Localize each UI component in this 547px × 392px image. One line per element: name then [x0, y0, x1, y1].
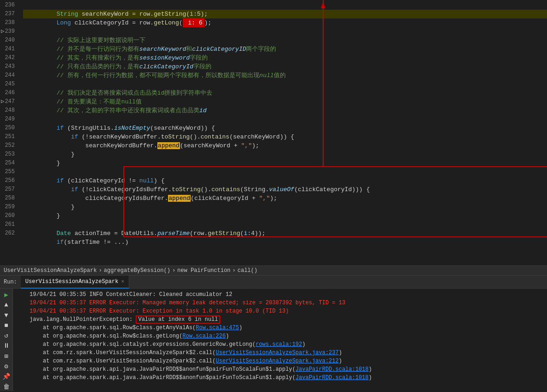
span-comment-243: // 所有，任何一行行为数据，都不可能两个字段都有，所以数据是可能出现null值…	[56, 72, 286, 79]
span-space: clickCategoryId = row.	[71, 19, 154, 26]
log-line-2: 19/04/21 00:35:37 ERROR Executor: Manage…	[30, 299, 372, 307]
scroll-up-button[interactable]: ▲	[2, 301, 11, 309]
code-line-253: }	[23, 150, 547, 159]
settings-button[interactable]: ⚙	[2, 362, 11, 370]
span-comment-246: // 首先要满足：不能是null值	[56, 98, 142, 105]
ln-248: 248	[0, 106, 18, 115]
ln-245: 245	[0, 80, 18, 89]
ln-237: 237	[0, 10, 18, 18]
span-259: }	[56, 212, 60, 219]
breadcrumb-item-2[interactable]: aggregateBySession()	[104, 267, 170, 274]
stop-button[interactable]: ■	[2, 321, 11, 330]
log-link-spark237[interactable]: UserVisitSessionAnalyzeSpark.java:237	[216, 350, 338, 356]
span-249-2: (StringUtils.isNotEmpty(searchKeyWord)) …	[64, 125, 215, 132]
code-line-259: }	[23, 203, 547, 211]
log-link-javapairrdd1018b[interactable]: JavaPairRDD.scala:1018	[295, 374, 368, 381]
span-if-255: if	[56, 177, 64, 184]
null-pointer-highlight: Value at index 6 in null	[136, 315, 220, 324]
code-line-249: if (StringUtils.isNotEmpty(searchKeyWord…	[23, 115, 547, 124]
span-comment-240: // 并不是每一行访问行为都有searchKeyword和clickCatego…	[56, 46, 276, 53]
ln-259: 259	[0, 203, 18, 211]
span-255-2: (clickCategoryId != null) {	[64, 177, 164, 184]
ln-236: 236	[0, 1, 18, 10]
breadcrumb-sep-3: ›	[232, 267, 235, 274]
span-comment-242: // 只有点击品类的行为，是有clickCategoryId字段的	[56, 63, 211, 70]
span-256: if (!clickCategoryIdsBuffer.toString().c…	[56, 186, 370, 193]
run-button[interactable]: ▶	[2, 290, 11, 299]
span-if-262: if	[56, 239, 64, 246]
log-link-row475[interactable]: Row.scala:475	[196, 325, 239, 331]
log-line-7: at org.apache.spark.sql.catalyst.express…	[30, 340, 372, 349]
run-panel: Run: UserVisitSessionAnalyzeSpark × ▶ ▲ …	[0, 276, 547, 391]
span-251: searchKeyWordBuffer.append(searchKeyWord…	[56, 142, 259, 149]
log-line-11: at org.apache.spark.api.java.JavaPairRDD…	[30, 374, 372, 382]
ln-243: 243	[0, 62, 18, 71]
span-highlighted-getlong: i: 6	[183, 18, 204, 27]
pin-button[interactable]: 📌	[2, 373, 11, 381]
ln-250: 250	[0, 124, 18, 133]
span-if-249: if	[56, 125, 64, 132]
arrow-indicator: ▷	[1, 27, 4, 36]
span-string: String	[56, 11, 78, 18]
span-text2: (	[186, 11, 190, 18]
ln-251: 251	[0, 133, 18, 141]
span-getlong: getLong	[154, 19, 179, 26]
run-toolbar: ▶ ▲ ▼ ■ ↺ ⏸ ⊞ ⚙ 📌 🗑	[0, 289, 13, 391]
span-paren: );	[201, 11, 208, 18]
ln-255: 255	[0, 168, 18, 176]
ln-252: 252	[0, 141, 18, 150]
arrow-indicator-247: ▷	[1, 97, 4, 106]
span-250: if (!searchKeyWordBuffer.toString().cont…	[56, 133, 294, 140]
run-tab-bar: Run: UserVisitSessionAnalyzeSpark ×	[0, 276, 547, 289]
breadcrumb-item-4[interactable]: call()	[238, 267, 258, 274]
span-comment-241: // 其实，只有搜索行为，是有sessionKeyword字段的	[56, 54, 208, 61]
ln-256: 256	[0, 176, 18, 185]
run-tab-active[interactable]: UserVisitSessionAnalyzeSpark ×	[21, 276, 129, 289]
ln-242: 242	[0, 54, 18, 62]
scroll-down-button[interactable]: ▼	[2, 311, 11, 319]
log-link-javapairrdd1018a[interactable]: JavaPairRDD.scala:1018	[295, 366, 368, 373]
log-line-9: at com.rz.spark.UserVisitSessionAnalyzeS…	[30, 357, 372, 365]
breadcrumb-sep-1: ›	[99, 267, 102, 274]
editor-area: 236 237 238 239▷ 240 241 242 243 244 245…	[0, 0, 547, 265]
span-258: }	[56, 204, 74, 211]
breadcrumb-sep-2: ›	[172, 267, 175, 274]
delete-button[interactable]: 🗑	[2, 383, 11, 391]
log-link-row226[interactable]: Row.scala:226	[182, 333, 226, 339]
pause-button[interactable]: ⏸	[2, 342, 11, 350]
span-comment-247: // 其次，之前的字符串中还没有搜索词或者点击品类id	[56, 107, 206, 114]
span-253: }	[56, 160, 60, 167]
code-line-254	[23, 159, 547, 168]
run-panel-body: ▶ ▲ ▼ ■ ↺ ⏸ ⊞ ⚙ 📌 🗑 19/04/21 00:35:35 IN…	[0, 289, 547, 391]
code-line-255: if (clickCategoryId != null) {	[23, 168, 547, 176]
ln-241: 241	[0, 45, 18, 54]
line-numbers: 236 237 238 239▷ 240 241 242 243 244 245…	[0, 0, 23, 265]
ln-240: 240	[0, 36, 18, 45]
span-open: (	[179, 19, 183, 26]
span-comment-245: // 我们决定是否将搜索词或点击品类id拼接到字符串中去	[56, 90, 212, 96]
ln-246: 246	[0, 89, 18, 97]
breadcrumb-item-3[interactable]: new PairFunction	[177, 267, 230, 274]
log-link-spark212[interactable]: UserVisitSessionAnalyzeSpark.java:212	[216, 358, 338, 364]
breadcrumb-item-1[interactable]: UserVisitSessionAnalyzeSpark	[4, 267, 97, 274]
code-line-236: String searchKeyWord = row.getString(i:5…	[23, 1, 547, 10]
log-line-10: at org.apache.spark.api.java.JavaPairRDD…	[30, 365, 372, 374]
code-content: String searchKeyWord = row.getString(i:5…	[23, 0, 547, 265]
log-line-5: at org.apache.spark.sql.Row$class.getAny…	[30, 324, 372, 332]
run-tab-close[interactable]: ×	[121, 279, 124, 284]
log-link-rows192[interactable]: rows.scala:192	[256, 341, 302, 348]
ln-260: 260	[0, 211, 18, 220]
layout-button[interactable]: ⊞	[2, 352, 11, 360]
rerun-button[interactable]: ↺	[2, 332, 11, 340]
span-val: 5	[197, 11, 201, 18]
code-line-260	[23, 211, 547, 220]
ln-253: 253	[0, 150, 18, 159]
breadcrumb-bar: UserVisitSessionAnalyzeSpark › aggregate…	[0, 265, 547, 276]
code-line-261: Date actionTime = DateUtils.parseTime(ro…	[23, 220, 547, 229]
span-long: Long	[56, 19, 71, 26]
code-line-245: // 我们决定是否将搜索词或点击品类id拼接到字符串中去	[23, 80, 547, 89]
run-log-content: 19/04/21 00:35:35 INFO ContextCleaner: C…	[26, 289, 376, 391]
ln-258: 258	[0, 194, 18, 203]
ln-257: 257	[0, 185, 18, 194]
ln-261: 261	[0, 220, 18, 229]
